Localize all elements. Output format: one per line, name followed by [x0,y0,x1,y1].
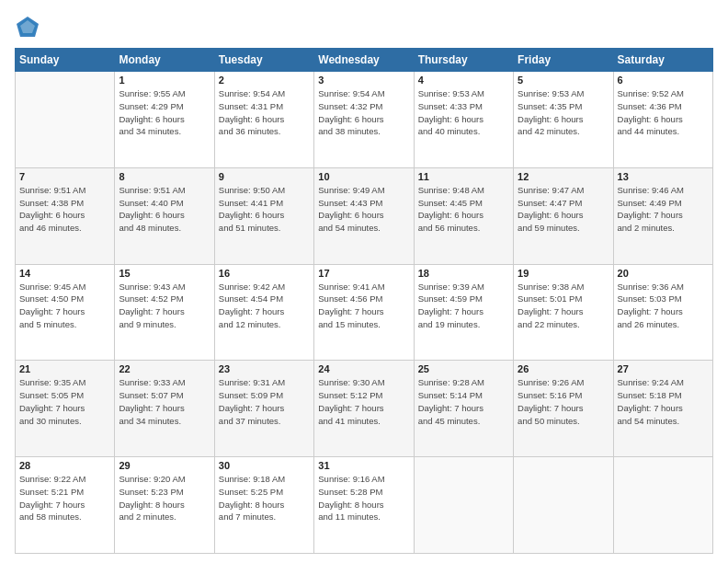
calendar-cell: 13Sunrise: 9:46 AM Sunset: 4:49 PM Dayli… [613,167,712,264]
day-info: Sunrise: 9:45 AM Sunset: 4:50 PM Dayligh… [19,281,110,331]
calendar-cell: 27Sunrise: 9:24 AM Sunset: 5:18 PM Dayli… [613,361,712,457]
day-info: Sunrise: 9:52 AM Sunset: 4:36 PM Dayligh… [618,87,709,138]
day-number: 8 [119,171,210,182]
calendar-cell: 7Sunrise: 9:51 AM Sunset: 4:38 PM Daylig… [16,167,115,264]
week-row-1: 1Sunrise: 9:55 AM Sunset: 4:29 PM Daylig… [16,72,713,168]
weekday-header-monday: Monday [115,49,214,72]
day-info: Sunrise: 9:54 AM Sunset: 4:31 PM Dayligh… [219,87,310,138]
day-info: Sunrise: 9:18 AM Sunset: 5:25 PM Dayligh… [219,473,310,523]
day-info: Sunrise: 9:38 AM Sunset: 5:01 PM Dayligh… [518,281,609,331]
day-info: Sunrise: 9:30 AM Sunset: 5:12 PM Dayligh… [318,376,409,427]
day-number: 4 [418,75,509,86]
calendar-cell: 6Sunrise: 9:52 AM Sunset: 4:36 PM Daylig… [613,72,712,168]
day-number: 26 [518,363,609,374]
day-number: 7 [19,171,110,182]
calendar-cell: 2Sunrise: 9:54 AM Sunset: 4:31 PM Daylig… [214,72,313,168]
calendar-cell: 30Sunrise: 9:18 AM Sunset: 5:25 PM Dayli… [214,457,313,554]
day-info: Sunrise: 9:36 AM Sunset: 5:03 PM Dayligh… [618,281,709,331]
calendar-cell [514,457,613,554]
calendar-cell: 29Sunrise: 9:20 AM Sunset: 5:23 PM Dayli… [115,457,214,554]
calendar-cell: 24Sunrise: 9:30 AM Sunset: 5:12 PM Dayli… [314,361,414,457]
day-info: Sunrise: 9:49 AM Sunset: 4:43 PM Dayligh… [318,184,409,235]
day-info: Sunrise: 9:48 AM Sunset: 4:45 PM Dayligh… [418,184,509,235]
day-info: Sunrise: 9:16 AM Sunset: 5:28 PM Dayligh… [318,473,409,523]
calendar-cell [414,457,513,554]
day-info: Sunrise: 9:46 AM Sunset: 4:49 PM Dayligh… [618,184,709,235]
calendar-cell: 23Sunrise: 9:31 AM Sunset: 5:09 PM Dayli… [214,361,313,457]
day-number: 6 [618,75,709,86]
calendar-cell: 21Sunrise: 9:35 AM Sunset: 5:05 PM Dayli… [16,361,115,457]
day-number: 13 [618,171,709,182]
calendar-table: SundayMondayTuesdayWednesdayThursdayFrid… [15,48,713,554]
day-number: 29 [119,460,210,471]
day-number: 5 [518,75,609,86]
day-number: 9 [219,171,310,182]
day-info: Sunrise: 9:20 AM Sunset: 5:23 PM Dayligh… [119,473,210,523]
day-info: Sunrise: 9:55 AM Sunset: 4:29 PM Dayligh… [119,87,210,138]
calendar-cell: 9Sunrise: 9:50 AM Sunset: 4:41 PM Daylig… [214,167,313,264]
day-info: Sunrise: 9:43 AM Sunset: 4:52 PM Dayligh… [119,281,210,331]
day-info: Sunrise: 9:39 AM Sunset: 4:59 PM Dayligh… [418,281,509,331]
weekday-header-friday: Friday [514,49,613,72]
logo-icon [15,15,40,40]
day-info: Sunrise: 9:24 AM Sunset: 5:18 PM Dayligh… [618,376,709,427]
day-info: Sunrise: 9:22 AM Sunset: 5:21 PM Dayligh… [19,473,110,523]
day-info: Sunrise: 9:51 AM Sunset: 4:40 PM Dayligh… [119,184,210,235]
calendar-cell: 1Sunrise: 9:55 AM Sunset: 4:29 PM Daylig… [115,72,214,168]
day-number: 16 [219,268,310,279]
calendar-cell: 16Sunrise: 9:42 AM Sunset: 4:54 PM Dayli… [214,264,313,361]
calendar-cell: 4Sunrise: 9:53 AM Sunset: 4:33 PM Daylig… [414,72,513,168]
day-number: 23 [219,363,310,374]
day-info: Sunrise: 9:26 AM Sunset: 5:16 PM Dayligh… [518,376,609,427]
calendar-cell: 3Sunrise: 9:54 AM Sunset: 4:32 PM Daylig… [314,72,414,168]
day-number: 18 [418,268,509,279]
day-number: 17 [318,268,409,279]
day-number: 11 [418,171,509,182]
calendar-cell: 25Sunrise: 9:28 AM Sunset: 5:14 PM Dayli… [414,361,513,457]
calendar-cell: 28Sunrise: 9:22 AM Sunset: 5:21 PM Dayli… [16,457,115,554]
day-number: 2 [219,75,310,86]
calendar-cell: 5Sunrise: 9:53 AM Sunset: 4:35 PM Daylig… [514,72,613,168]
calendar-cell: 18Sunrise: 9:39 AM Sunset: 4:59 PM Dayli… [414,264,513,361]
calendar-cell [16,72,115,168]
calendar-cell: 19Sunrise: 9:38 AM Sunset: 5:01 PM Dayli… [514,264,613,361]
week-row-5: 28Sunrise: 9:22 AM Sunset: 5:21 PM Dayli… [16,457,713,554]
page: SundayMondayTuesdayWednesdayThursdayFrid… [0,0,728,563]
day-info: Sunrise: 9:42 AM Sunset: 4:54 PM Dayligh… [219,281,310,331]
calendar-cell [613,457,712,554]
calendar-cell: 31Sunrise: 9:16 AM Sunset: 5:28 PM Dayli… [314,457,414,554]
day-number: 14 [19,268,110,279]
day-info: Sunrise: 9:28 AM Sunset: 5:14 PM Dayligh… [418,376,509,427]
calendar-cell: 22Sunrise: 9:33 AM Sunset: 5:07 PM Dayli… [115,361,214,457]
weekday-header-tuesday: Tuesday [214,49,313,72]
calendar-cell: 14Sunrise: 9:45 AM Sunset: 4:50 PM Dayli… [16,264,115,361]
day-number: 30 [219,460,310,471]
weekday-header-wednesday: Wednesday [314,49,414,72]
calendar-cell: 20Sunrise: 9:36 AM Sunset: 5:03 PM Dayli… [613,264,712,361]
calendar-cell: 12Sunrise: 9:47 AM Sunset: 4:47 PM Dayli… [514,167,613,264]
weekday-header-saturday: Saturday [613,49,712,72]
weekday-header-row: SundayMondayTuesdayWednesdayThursdayFrid… [16,49,713,72]
day-info: Sunrise: 9:50 AM Sunset: 4:41 PM Dayligh… [219,184,310,235]
calendar-cell: 26Sunrise: 9:26 AM Sunset: 5:16 PM Dayli… [514,361,613,457]
day-number: 24 [318,363,409,374]
day-number: 1 [119,75,210,86]
day-number: 20 [618,268,709,279]
header [15,15,713,40]
logo [15,15,44,40]
day-number: 12 [518,171,609,182]
calendar-cell: 17Sunrise: 9:41 AM Sunset: 4:56 PM Dayli… [314,264,414,361]
day-info: Sunrise: 9:51 AM Sunset: 4:38 PM Dayligh… [19,184,110,235]
calendar-cell: 11Sunrise: 9:48 AM Sunset: 4:45 PM Dayli… [414,167,513,264]
day-info: Sunrise: 9:53 AM Sunset: 4:33 PM Dayligh… [418,87,509,138]
day-info: Sunrise: 9:41 AM Sunset: 4:56 PM Dayligh… [318,281,409,331]
week-row-4: 21Sunrise: 9:35 AM Sunset: 5:05 PM Dayli… [16,361,713,457]
day-info: Sunrise: 9:54 AM Sunset: 4:32 PM Dayligh… [318,87,409,138]
day-number: 25 [418,363,509,374]
calendar-cell: 10Sunrise: 9:49 AM Sunset: 4:43 PM Dayli… [314,167,414,264]
day-number: 27 [618,363,709,374]
day-info: Sunrise: 9:31 AM Sunset: 5:09 PM Dayligh… [219,376,310,427]
day-number: 22 [119,363,210,374]
day-number: 31 [318,460,409,471]
day-number: 15 [119,268,210,279]
